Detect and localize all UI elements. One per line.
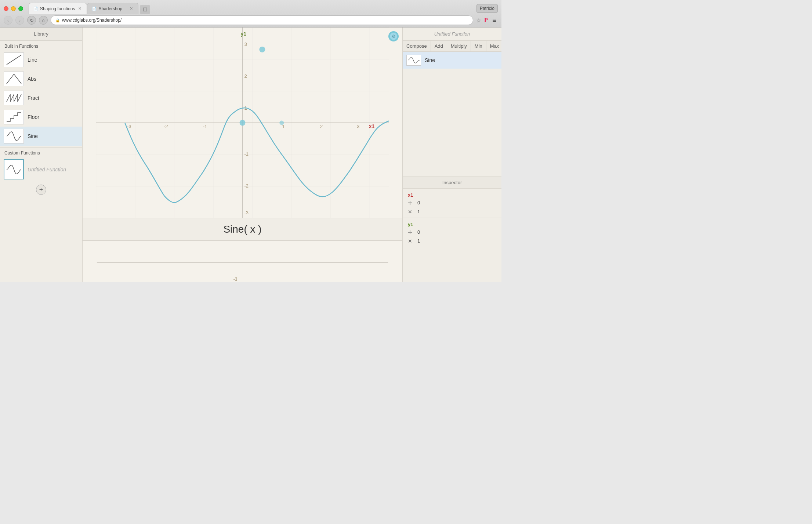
inspector-y1-offset-row: ✛ 0 <box>403 228 501 237</box>
right-panel-sine-item[interactable]: Sine <box>403 52 501 69</box>
y-label-neg1: -1 <box>244 151 249 157</box>
untitled-thumb <box>4 159 24 179</box>
address-input[interactable]: 🔒 www.cdglabs.org/Shadershop/ <box>51 15 473 25</box>
inspector-y1-scale: 1 <box>417 238 420 244</box>
back-button[interactable]: ‹ <box>4 16 12 25</box>
inspector-x1-label: x1 <box>403 190 501 199</box>
sine-thumb <box>4 129 24 143</box>
y-label-2: 2 <box>244 73 247 79</box>
add-tab-label: Add <box>435 43 443 49</box>
app-container: Library Built In Functions Line Abs <box>0 28 501 282</box>
canvas-area: 3 2 1 -1 -2 -3 -3 -2 -1 1 2 3 y1 x1 <box>83 28 402 282</box>
max-tab[interactable]: Max <box>486 41 501 51</box>
menu-icon[interactable]: ≡ <box>491 17 498 24</box>
right-panel-header: Untitled Function <box>403 28 501 41</box>
function-formula: Sine( x ) <box>223 223 261 235</box>
new-tab-button[interactable]: ☐ <box>140 5 150 14</box>
add-function-button[interactable]: + <box>36 185 46 195</box>
pocket-icon[interactable]: 𝐏 <box>484 17 488 23</box>
tab-shadershop-label: Shadershop <box>98 6 122 11</box>
inspector-x1-offset: 0 <box>417 200 420 205</box>
function-name-display: Sine( x ) <box>83 218 402 240</box>
tab-close-shadershop[interactable]: ✕ <box>128 6 134 11</box>
scale-icon-x1: ✕ <box>408 209 414 215</box>
user-profile[interactable]: Patricio <box>476 4 498 13</box>
abs-label: Abs <box>28 76 36 82</box>
compose-tabs: Compose Add Multiply Min Max <box>403 41 501 52</box>
custom-functions-section: Custom Functions Untitled Function <box>0 147 82 182</box>
inspector-y1-section: y1 ✛ 0 ✕ 1 <box>403 218 501 247</box>
floor-thumb <box>4 110 24 124</box>
y-label-neg3: -3 <box>244 210 249 215</box>
compose-tab[interactable]: Compose <box>403 41 431 51</box>
inspector-x1-section: x1 ✛ 0 ✕ 1 <box>403 189 501 218</box>
min-tab-label: Min <box>475 43 482 49</box>
right-panel-spacer <box>403 69 501 177</box>
y-label-neg2: -2 <box>244 183 249 189</box>
x-label-neg3: -3 <box>127 124 131 129</box>
right-panel: Untitled Function Compose Add Multiply M… <box>402 28 501 282</box>
bookmark-icon[interactable]: ☆ <box>476 17 481 24</box>
inspector-panel: Inspector x1 ✛ 0 ✕ 1 y1 <box>403 177 501 282</box>
x1-label: x1 <box>369 123 375 129</box>
tab-close-shaping[interactable]: ✕ <box>77 6 82 11</box>
add-tab[interactable]: Add <box>431 41 447 51</box>
y1-label: y1 <box>241 31 247 37</box>
right-panel-sine-thumb <box>406 55 421 66</box>
sidebar-item-floor[interactable]: Floor <box>0 108 82 127</box>
minimize-button[interactable] <box>11 6 16 11</box>
x-label-3: 3 <box>357 124 359 129</box>
home-button[interactable]: ⌂ <box>39 16 48 25</box>
add-icon: + <box>39 186 43 194</box>
sidebar: Library Built In Functions Line Abs <box>0 28 83 282</box>
builtin-section-title: Built In Functions <box>0 41 82 50</box>
line-thumb <box>4 52 24 67</box>
gear-icon: ⚙ <box>390 33 397 40</box>
sidebar-item-line[interactable]: Line <box>0 50 82 69</box>
custom-function-untitled[interactable]: Untitled Function <box>0 157 82 182</box>
traffic-lights <box>4 6 23 11</box>
sidebar-item-sine[interactable]: Sine <box>0 127 82 146</box>
reload-button[interactable]: ↻ <box>27 16 36 25</box>
svg-rect-4 <box>97 241 388 282</box>
min-tab[interactable]: Min <box>471 41 486 51</box>
tab-shaping-functions[interactable]: 📄 Shaping functions ✕ <box>29 3 87 14</box>
inspector-y1-offset: 0 <box>417 229 420 235</box>
floor-label: Floor <box>28 114 39 120</box>
fract-thumb <box>4 91 24 105</box>
x-label-2: 2 <box>320 124 323 129</box>
x-label-neg2: -2 <box>164 124 168 129</box>
inspector-x1-scale-row: ✕ 1 <box>403 207 501 216</box>
move-icon-x1: ✛ <box>408 200 414 206</box>
bottom-graph-svg: -3 <box>83 241 402 282</box>
custom-section-title: Custom Functions <box>0 148 82 157</box>
y-label-3: 3 <box>244 41 247 47</box>
tab-icon: 📄 <box>33 7 38 11</box>
multiply-tab-label: Multiply <box>451 43 467 49</box>
right-panel-sine-label: Sine <box>425 57 435 63</box>
maximize-button[interactable] <box>18 6 23 11</box>
multiply-tab[interactable]: Multiply <box>447 41 471 51</box>
inspector-x1-offset-row: ✛ 0 <box>403 199 501 207</box>
address-bar: ‹ › ↻ ⌂ 🔒 www.cdglabs.org/Shadershop/ ☆ … <box>0 14 501 27</box>
sine-label: Sine <box>28 133 38 139</box>
x-label-neg1: -1 <box>203 124 207 129</box>
inspector-header: Inspector <box>403 177 501 189</box>
abs-thumb <box>4 72 24 86</box>
forward-button[interactable]: › <box>15 16 24 25</box>
title-bar: 📄 Shaping functions ✕ 📄 Shadershop ✕ ☐ P… <box>0 0 501 14</box>
settings-button[interactable]: ⚙ <box>388 31 399 41</box>
close-button[interactable] <box>4 6 8 11</box>
browser-tabs: 📄 Shaping functions ✕ 📄 Shadershop ✕ ☐ <box>29 3 476 14</box>
lock-icon: 🔒 <box>55 18 60 22</box>
tab-shadershop[interactable]: 📄 Shadershop ✕ <box>87 3 138 14</box>
graph-svg: 3 2 1 -1 -2 -3 -3 -2 -1 1 2 3 y1 x1 <box>83 28 402 218</box>
inspector-y1-label: y1 <box>403 219 501 228</box>
graph-container[interactable]: 3 2 1 -1 -2 -3 -3 -2 -1 1 2 3 y1 x1 <box>83 28 402 218</box>
sidebar-item-fract[interactable]: Fract <box>0 88 82 108</box>
control-point-one <box>279 121 284 125</box>
address-text: www.cdglabs.org/Shadershop/ <box>62 18 122 23</box>
tab-icon-2: 📄 <box>92 7 96 11</box>
control-point-peak <box>259 47 265 52</box>
sidebar-item-abs[interactable]: Abs <box>0 69 82 88</box>
